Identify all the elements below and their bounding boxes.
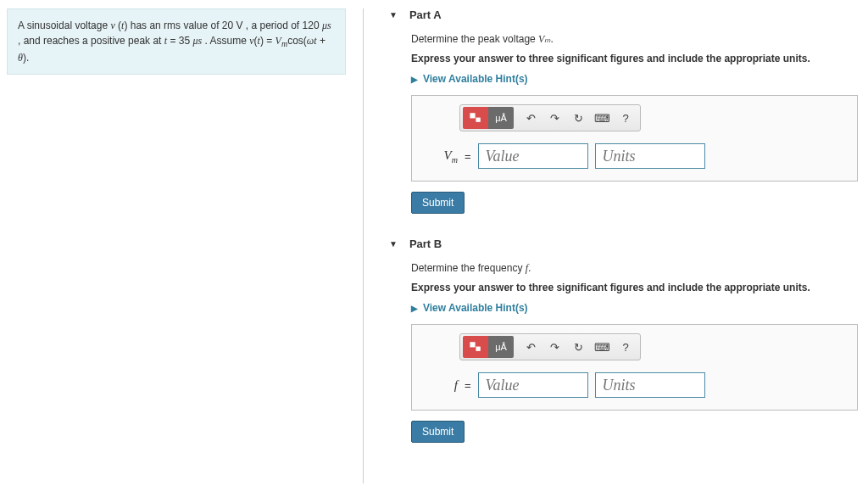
part-a-prompt: Determine the peak voltage Vₘ. [411, 33, 858, 46]
special-char-button[interactable]: μÅ [488, 107, 514, 129]
keyboard-button[interactable]: ⌨ [590, 107, 614, 129]
svg-rect-0 [470, 114, 475, 118]
help-button[interactable]: ? [614, 107, 637, 129]
part-b-prompt: Determine the frequency f. [411, 262, 858, 275]
part-a-header[interactable]: ▼ Part A [389, 8, 858, 21]
part-a-section: ▼ Part A Determine the peak voltage Vₘ. … [389, 8, 858, 214]
undo-button[interactable]: ↶ [519, 336, 542, 358]
problem-text: A sinusoidal voltage v (t) has an rms va… [18, 20, 331, 64]
reset-button[interactable]: ↻ [566, 336, 590, 358]
reset-button[interactable]: ↻ [566, 107, 590, 129]
part-b-section: ▼ Part B Determine the frequency f. Expr… [389, 237, 858, 443]
variable-label-b: f [426, 378, 458, 393]
units-input-a[interactable] [595, 143, 705, 169]
view-hints-link-a[interactable]: ▶ View Available Hint(s) [411, 73, 858, 85]
part-b-instruction: Express your answer to three significant… [411, 282, 858, 293]
redo-button[interactable]: ↷ [542, 107, 566, 129]
collapse-caret-icon: ▼ [389, 10, 398, 20]
problem-statement: A sinusoidal voltage v (t) has an rms va… [7, 8, 346, 75]
view-hints-link-b[interactable]: ▶ View Available Hint(s) [411, 302, 858, 314]
svg-rect-2 [470, 343, 475, 347]
units-input-b[interactable] [595, 372, 705, 398]
value-input-b[interactable] [478, 372, 588, 398]
vertical-divider [363, 8, 364, 483]
part-a-title: Part A [409, 8, 442, 21]
answer-box-b: μÅ ↶ ↷ ↻ ⌨ ? f = [411, 324, 858, 411]
part-b-title: Part B [409, 237, 442, 250]
answer-box-a: μÅ ↶ ↷ ↻ ⌨ ? Vm = [411, 95, 858, 182]
part-a-instruction: Express your answer to three significant… [411, 53, 858, 64]
caret-right-icon: ▶ [411, 304, 418, 313]
equals-sign: = [465, 379, 471, 392]
keyboard-button[interactable]: ⌨ [590, 336, 614, 358]
value-input-a[interactable] [478, 143, 588, 169]
undo-button[interactable]: ↶ [519, 107, 542, 129]
svg-rect-3 [476, 347, 480, 350]
variable-label-a: Vm [426, 148, 458, 165]
submit-button-b[interactable]: Submit [411, 421, 465, 443]
special-char-button[interactable]: μÅ [488, 336, 514, 358]
equation-toolbar-b: μÅ ↶ ↷ ↻ ⌨ ? [459, 333, 641, 360]
template-button[interactable] [463, 336, 488, 358]
submit-button-a[interactable]: Submit [411, 192, 465, 214]
redo-button[interactable]: ↷ [542, 336, 566, 358]
part-b-header[interactable]: ▼ Part B [389, 237, 858, 250]
help-button[interactable]: ? [614, 336, 637, 358]
svg-rect-1 [476, 118, 480, 121]
template-button[interactable] [463, 107, 488, 129]
collapse-caret-icon: ▼ [389, 239, 398, 249]
equals-sign: = [465, 150, 471, 163]
equation-toolbar-a: μÅ ↶ ↷ ↻ ⌨ ? [459, 104, 641, 131]
caret-right-icon: ▶ [411, 75, 418, 84]
